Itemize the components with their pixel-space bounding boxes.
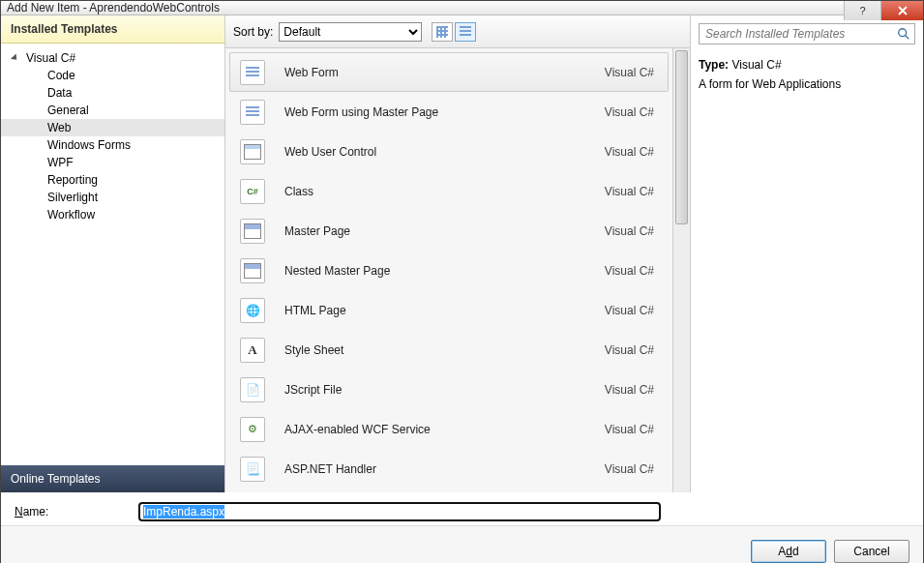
sidebar-header[interactable]: Installed Templates <box>1 15 224 44</box>
template-name: Class <box>284 185 605 198</box>
add-button[interactable]: Add <box>751 540 826 563</box>
sidebar: Installed Templates Visual C# CodeDataGe… <box>1 15 225 492</box>
template-language: Visual C# <box>605 224 658 238</box>
master-icon <box>240 219 265 244</box>
template-list-panel: Sort by: Default Web FormVisual C#Web Fo… <box>225 15 691 492</box>
template-name: AJAX-enabled WCF Service <box>284 423 605 436</box>
template-item[interactable]: Style SheetVisual C# <box>229 330 669 370</box>
template-item[interactable]: HTML PageVisual C# <box>229 290 669 330</box>
template-item[interactable]: Web Form using Master PageVisual C# <box>229 92 669 132</box>
scrollbar-thumb[interactable] <box>675 50 688 224</box>
templates-tree: Visual C# CodeDataGeneralWebWindows Form… <box>1 44 224 465</box>
template-item[interactable]: ASP.NET HandlerVisual C# <box>229 449 669 489</box>
sort-bar: Sort by: Default <box>225 15 690 48</box>
template-item[interactable]: Web FormVisual C# <box>229 52 669 92</box>
svc-icon <box>240 417 265 442</box>
view-list-button[interactable] <box>455 22 476 42</box>
template-description: A form for Web Applications <box>699 77 915 91</box>
tree-item-web[interactable]: Web <box>1 119 224 136</box>
tree-root-visual-csharp[interactable]: Visual C# <box>1 49 224 67</box>
template-language: Visual C# <box>605 185 658 198</box>
hnd-icon <box>240 457 265 482</box>
tree-item-workflow[interactable]: Workflow <box>1 206 224 223</box>
titlebar[interactable]: Add New Item - AprendendoWebControls ? <box>1 1 923 15</box>
cancel-button[interactable]: Cancel <box>834 540 909 563</box>
tree-root-label: Visual C# <box>26 51 75 65</box>
template-language: Visual C# <box>605 383 658 397</box>
close-icon <box>898 6 908 15</box>
tree-item-wpf[interactable]: WPF <box>1 154 224 171</box>
master-icon <box>240 258 265 283</box>
template-name: Nested Master Page <box>284 264 605 278</box>
tree-item-data[interactable]: Data <box>1 84 224 102</box>
template-language: Visual C# <box>605 264 658 278</box>
type-value: Visual C# <box>731 58 781 72</box>
template-language: Visual C# <box>605 304 658 317</box>
help-button[interactable]: ? <box>844 1 880 20</box>
template-name: HTML Page <box>284 304 605 317</box>
grid-icon <box>436 26 448 38</box>
details-panel: Type: Visual C# A form for Web Applicati… <box>691 15 923 492</box>
tree-item-windows-forms[interactable]: Windows Forms <box>1 136 224 154</box>
type-label: Type: <box>699 58 729 72</box>
template-language: Visual C# <box>605 66 658 79</box>
template-language: Visual C# <box>605 145 658 159</box>
list-icon <box>460 26 471 38</box>
expand-arrow-icon[interactable] <box>13 53 22 63</box>
sort-label: Sort by: <box>233 25 273 39</box>
tree-item-silverlight[interactable]: Silverlight <box>1 189 224 206</box>
view-grid-button[interactable] <box>432 22 453 42</box>
template-item[interactable]: AJAX-enabled WCF ServiceVisual C# <box>229 409 669 449</box>
tree-item-code[interactable]: Code <box>1 67 224 84</box>
svg-line-1 <box>906 36 909 40</box>
add-new-item-dialog: Add New Item - AprendendoWebControls ? I… <box>0 0 924 563</box>
html-icon <box>240 298 265 323</box>
name-row: Name: <box>1 492 923 525</box>
template-language: Visual C# <box>605 105 658 119</box>
sort-select[interactable]: Default <box>279 22 422 42</box>
template-item[interactable]: Master PageVisual C# <box>229 211 669 251</box>
js-icon <box>240 377 265 402</box>
template-list[interactable]: Web FormVisual C#Web Form using Master P… <box>225 48 672 492</box>
window-title: Add New Item - AprendendoWebControls <box>7 1 220 15</box>
template-name: Master Page <box>284 224 605 238</box>
search-box[interactable] <box>699 23 915 44</box>
form-icon <box>240 100 265 125</box>
template-name: Web User Control <box>284 145 605 159</box>
template-item[interactable]: Web User ControlVisual C# <box>229 132 669 171</box>
tree-item-reporting[interactable]: Reporting <box>1 171 224 189</box>
template-name: Web Form <box>284 66 605 79</box>
template-item[interactable]: JScript FileVisual C# <box>229 370 669 409</box>
form-icon <box>240 60 265 85</box>
template-name: ASP.NET Handler <box>284 462 605 476</box>
online-templates-section[interactable]: Online Templates <box>1 465 224 492</box>
search-input[interactable] <box>703 26 897 42</box>
template-name: Style Sheet <box>284 343 605 357</box>
template-language: Visual C# <box>605 423 658 436</box>
vertical-scrollbar[interactable] <box>672 48 690 492</box>
name-input[interactable] <box>138 502 661 521</box>
close-button[interactable] <box>880 1 923 20</box>
template-name: JScript File <box>284 383 605 397</box>
svg-point-0 <box>899 29 907 37</box>
template-language: Visual C# <box>605 462 658 476</box>
template-item[interactable]: ClassVisual C# <box>229 171 669 211</box>
tree-item-general[interactable]: General <box>1 102 224 119</box>
usercontrol-icon <box>240 139 265 164</box>
class-icon <box>240 179 265 204</box>
dialog-buttons: Add Cancel <box>1 525 923 563</box>
name-label: Name: <box>15 505 131 519</box>
template-language: Visual C# <box>605 343 658 357</box>
template-name: Web Form using Master Page <box>284 105 605 119</box>
template-item[interactable]: Nested Master PageVisual C# <box>229 251 669 290</box>
css-icon <box>240 338 265 363</box>
search-icon[interactable] <box>897 27 910 41</box>
